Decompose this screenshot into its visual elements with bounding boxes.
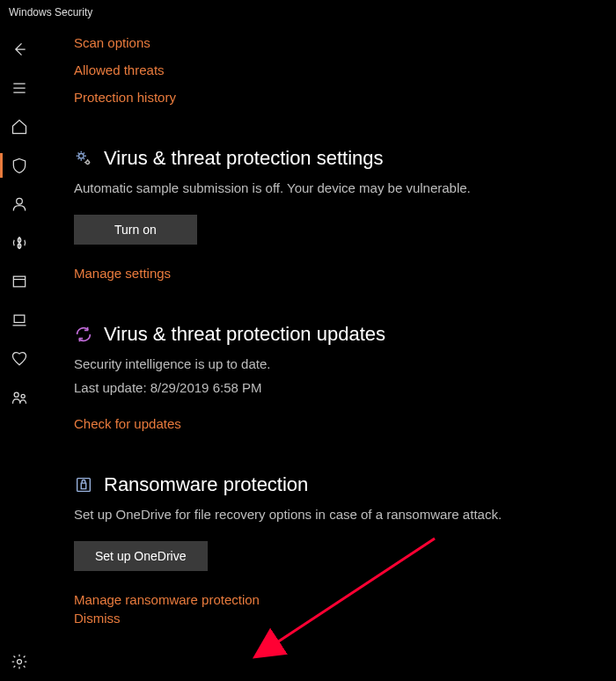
ransomware-icon	[74, 475, 93, 494]
settings-section: Virus & threat protection settings Autom…	[74, 147, 616, 281]
svg-point-0	[17, 198, 23, 204]
refresh-icon	[74, 325, 93, 344]
menu-button[interactable]	[0, 69, 39, 107]
updates-section: Virus & threat protection updates Securi…	[74, 323, 616, 431]
svg-point-6	[79, 154, 84, 159]
settings-gear-icon	[74, 149, 93, 168]
updates-title: Virus & threat protection updates	[104, 323, 385, 346]
allowed-threats-link[interactable]: Allowed threats	[74, 62, 616, 77]
svg-point-4	[21, 394, 25, 398]
svg-point-3	[14, 392, 18, 397]
back-button[interactable]	[0, 30, 39, 69]
check-updates-link[interactable]: Check for updates	[74, 416, 616, 431]
hamburger-icon	[11, 79, 28, 97]
laptop-icon	[11, 311, 28, 329]
person-icon	[11, 195, 28, 213]
ransomware-title: Ransomware protection	[104, 473, 308, 496]
heart-icon	[11, 350, 28, 368]
sidebar	[0, 25, 39, 681]
arrow-left-icon	[11, 40, 28, 58]
family-icon	[11, 389, 28, 406]
nav-home[interactable]	[0, 107, 39, 146]
protection-history-link[interactable]: Protection history	[74, 90, 616, 105]
turn-on-button[interactable]: Turn on	[74, 215, 197, 245]
svg-rect-1	[13, 276, 25, 287]
home-icon	[11, 118, 28, 135]
main-content: Scan options Allowed threats Protection …	[39, 25, 616, 681]
nav-device-security[interactable]	[0, 301, 39, 340]
shield-icon	[11, 157, 28, 174]
gear-icon	[11, 653, 28, 670]
nav-virus-threat[interactable]	[0, 146, 39, 185]
ransomware-description: Set up OneDrive for file recovery option…	[74, 505, 616, 524]
manage-settings-link[interactable]: Manage settings	[74, 266, 616, 281]
nav-app-browser[interactable]	[0, 262, 39, 301]
scan-options-link[interactable]: Scan options	[74, 35, 616, 50]
network-icon	[11, 234, 28, 252]
dismiss-link[interactable]: Dismiss	[74, 611, 616, 626]
updates-last-update: Last update: 8/29/2019 6:58 PM	[74, 380, 616, 395]
setup-onedrive-button[interactable]: Set up OneDrive	[74, 541, 208, 571]
updates-status: Security intelligence is up to date.	[74, 355, 616, 373]
settings-description: Automatic sample submission is off. Your…	[74, 179, 616, 197]
app-browser-icon	[11, 273, 28, 290]
ransomware-section: Ransomware protection Set up OneDrive fo…	[74, 473, 616, 626]
settings-title: Virus & threat protection settings	[104, 147, 384, 170]
nav-family[interactable]	[0, 378, 39, 417]
nav-account[interactable]	[0, 185, 39, 223]
svg-point-5	[18, 660, 22, 664]
svg-point-7	[86, 161, 90, 165]
svg-rect-2	[14, 315, 25, 322]
nav-settings[interactable]	[0, 642, 39, 681]
nav-firewall[interactable]	[0, 223, 39, 262]
window-title: Windows Security	[0, 0, 616, 25]
manage-ransomware-link[interactable]: Manage ransomware protection	[74, 592, 616, 607]
nav-device-performance[interactable]	[0, 340, 39, 378]
